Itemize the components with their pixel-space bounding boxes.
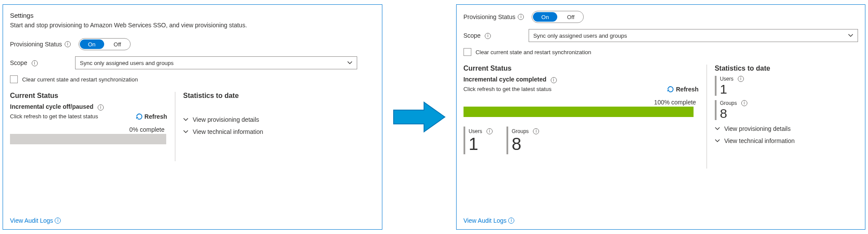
stat-users-value: 1 <box>469 135 493 153</box>
info-icon[interactable]: i <box>65 41 71 47</box>
stat-bar <box>464 127 465 154</box>
scope-label: Scope i <box>10 59 75 66</box>
progress-label: 0% complete <box>10 126 164 133</box>
refresh-button[interactable]: Refresh <box>136 113 167 120</box>
clear-state-checkbox[interactable] <box>464 48 471 56</box>
stat-groups-label: Groups i <box>512 128 539 134</box>
progress-bar <box>464 107 694 117</box>
page-title: Settings <box>10 12 375 19</box>
chevron-down-icon <box>848 33 853 38</box>
column-divider <box>707 65 707 169</box>
status-line: Incremental cycle completed i <box>464 76 699 83</box>
provisioning-toggle[interactable]: On Off <box>79 38 131 50</box>
view-audit-logs-link[interactable]: View Audit Logs i <box>464 217 858 224</box>
clear-state-label: Clear current state and restart synchron… <box>476 49 592 55</box>
scope-row: Scope i Sync only assigned users and gro… <box>464 29 858 42</box>
info-icon[interactable]: i <box>98 104 104 110</box>
column-divider <box>175 92 175 161</box>
chevron-down-icon <box>183 117 188 122</box>
settings-panel-after: Provisioning Status i On Off Scope i Syn… <box>456 4 865 230</box>
scope-selected-value: Sync only assigned users and groups <box>80 60 174 66</box>
info-icon[interactable]: i <box>55 218 61 224</box>
refresh-hint: Click refresh to get the latest status <box>10 113 98 120</box>
clear-state-checkbox[interactable] <box>10 75 18 83</box>
current-status-heading: Current Status <box>10 92 167 100</box>
provisioning-status-label: Provisioning Status <box>10 41 62 48</box>
stat-users: Users i 1 <box>715 76 858 96</box>
stat-groups: Groups i 8 <box>715 100 858 120</box>
info-icon[interactable]: i <box>551 77 557 83</box>
inline-stats: Users i 1 Groups i 8 <box>464 124 699 159</box>
clear-state-row: Clear current state and restart synchron… <box>464 48 858 56</box>
stat-groups: Groups i 8 <box>506 127 539 154</box>
toggle-off-label: Off <box>558 14 583 20</box>
statistics-column: Statistics to date View provisioning det… <box>183 92 375 217</box>
stat-groups-label: Groups i <box>720 100 747 106</box>
scope-label: Scope i <box>464 32 529 39</box>
scope-row: Scope i Sync only assigned users and gro… <box>10 56 375 69</box>
clear-state-label: Clear current state and restart synchron… <box>22 76 138 83</box>
scope-select[interactable]: Sync only assigned users and groups <box>75 56 357 69</box>
provisioning-status-label: Provisioning Status <box>464 13 516 20</box>
provisioning-toggle[interactable]: On Off <box>532 11 584 23</box>
provisioning-status-row: Provisioning Status i On Off <box>464 11 858 23</box>
statistics-heading: Statistics to date <box>715 65 858 72</box>
status-columns: Current Status Incremental cycle complet… <box>464 65 858 217</box>
clear-state-row: Clear current state and restart synchron… <box>10 75 375 83</box>
chevron-down-icon <box>715 126 720 131</box>
info-icon[interactable]: i <box>485 33 491 39</box>
toggle-on-label: On <box>532 14 558 20</box>
current-status-heading: Current Status <box>464 65 699 72</box>
info-icon[interactable]: i <box>533 128 539 134</box>
info-icon[interactable]: i <box>741 100 747 106</box>
view-provisioning-details[interactable]: View provisioning details <box>183 116 375 123</box>
info-icon[interactable]: i <box>508 218 514 224</box>
refresh-row: Click refresh to get the latest status R… <box>464 86 699 93</box>
refresh-button[interactable]: Refresh <box>667 86 698 93</box>
toggle-off-label: Off <box>105 41 130 48</box>
view-technical-information[interactable]: View technical information <box>183 128 375 135</box>
status-line: Incremental cycle off/paused i <box>10 103 167 110</box>
stat-groups-value: 8 <box>512 135 539 153</box>
info-icon[interactable]: i <box>487 128 493 134</box>
stat-bar <box>506 127 508 154</box>
stat-bar <box>715 100 717 120</box>
statistics-column: Statistics to date Users i 1 Groups i <box>715 65 858 217</box>
progress-bar <box>10 134 166 144</box>
refresh-row: Click refresh to get the latest status R… <box>10 113 167 120</box>
page-subtitle: Start and stop provisioning to Amazon We… <box>10 22 375 29</box>
provisioning-status-row: Provisioning Status i On Off <box>10 38 375 50</box>
scope-select[interactable]: Sync only assigned users and groups <box>529 29 858 42</box>
view-technical-information[interactable]: View technical information <box>715 137 858 144</box>
stat-users-label: Users i <box>720 76 744 82</box>
info-icon[interactable]: i <box>518 14 524 20</box>
svg-marker-0 <box>394 102 445 132</box>
stat-users: Users i 1 <box>464 127 493 154</box>
chevron-down-icon <box>347 60 352 65</box>
transition-arrow-icon <box>391 99 447 135</box>
stat-groups-value: 8 <box>720 107 747 120</box>
stat-users-label: Users i <box>469 128 493 134</box>
scope-selected-value: Sync only assigned users and groups <box>533 32 627 39</box>
progress-label: 100% complete <box>464 99 696 106</box>
chevron-down-icon <box>183 129 188 134</box>
current-status-column: Current Status Incremental cycle off/pau… <box>10 92 175 217</box>
refresh-icon <box>136 113 143 120</box>
status-columns: Current Status Incremental cycle off/pau… <box>10 92 375 217</box>
current-status-column: Current Status Incremental cycle complet… <box>464 65 707 217</box>
settings-panel-before: Settings Start and stop provisioning to … <box>3 4 382 230</box>
refresh-hint: Click refresh to get the latest status <box>464 86 552 92</box>
stat-bar <box>715 76 717 96</box>
chevron-down-icon <box>715 138 720 143</box>
info-icon[interactable]: i <box>738 76 744 82</box>
statistics-heading: Statistics to date <box>183 92 375 100</box>
refresh-icon <box>667 86 674 93</box>
view-provisioning-details[interactable]: View provisioning details <box>715 125 858 132</box>
stat-users-value: 1 <box>720 83 744 96</box>
info-icon[interactable]: i <box>32 60 38 66</box>
view-audit-logs-link[interactable]: View Audit Logs i <box>10 217 375 224</box>
progress-fill <box>464 107 694 117</box>
toggle-on-label: On <box>79 41 105 48</box>
